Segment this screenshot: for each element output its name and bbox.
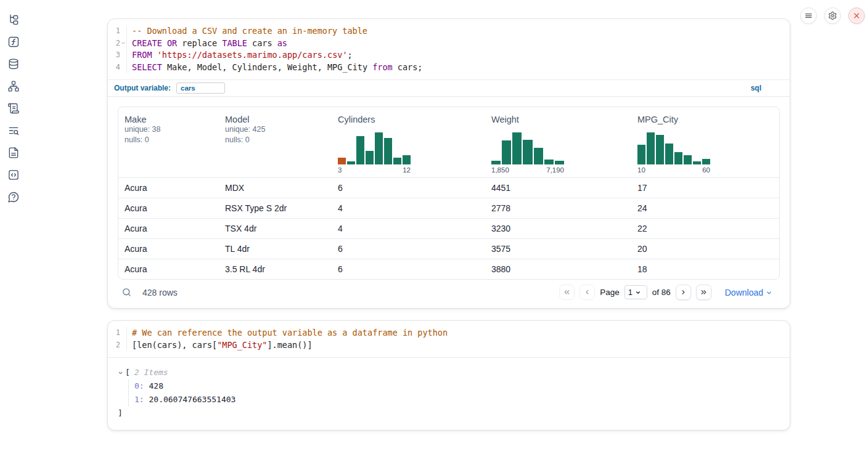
column-title: MPG_City bbox=[637, 115, 773, 124]
histogram-bar bbox=[338, 158, 346, 164]
language-badge[interactable]: sql bbox=[751, 84, 761, 92]
table-cell: 4 bbox=[332, 224, 485, 233]
chevron-down-icon bbox=[635, 289, 641, 296]
code-box-icon[interactable] bbox=[7, 168, 20, 182]
column-title: Make bbox=[125, 115, 213, 124]
function-square-icon[interactable] bbox=[7, 35, 20, 49]
histogram-bar bbox=[523, 140, 532, 164]
histogram-bar bbox=[674, 152, 682, 164]
table-row[interactable]: AcuraTL 4dr6357520 bbox=[118, 238, 779, 259]
axis-max-label: 60 bbox=[702, 166, 710, 174]
table-row[interactable]: AcuraMDX6445117 bbox=[118, 177, 779, 198]
code-line: 1-- Download a CSV and create an in-memo… bbox=[108, 25, 790, 38]
histogram-bar bbox=[491, 161, 501, 164]
column-header[interactable]: Cylinders312 bbox=[332, 107, 485, 177]
table-cell: 6 bbox=[332, 244, 485, 254]
column-title: Model bbox=[225, 115, 326, 124]
page-of-text: of 86 bbox=[652, 288, 671, 297]
search-icon[interactable] bbox=[121, 287, 132, 297]
histogram: 312 bbox=[338, 132, 411, 174]
histogram: 1,8507,190 bbox=[491, 132, 564, 174]
table-cell: 6 bbox=[332, 183, 485, 193]
table-cell: 6 bbox=[332, 264, 485, 274]
histogram-bar bbox=[384, 138, 392, 164]
list-search-icon[interactable] bbox=[7, 124, 20, 137]
histogram-bar bbox=[534, 148, 543, 164]
left-sidebar bbox=[0, 0, 27, 449]
column-title: Weight bbox=[491, 115, 625, 124]
document-icon[interactable] bbox=[7, 146, 20, 160]
table-cell: 3880 bbox=[485, 264, 631, 274]
table-cell: Acura bbox=[118, 183, 219, 193]
fold-spacer bbox=[120, 341, 126, 349]
table-row[interactable]: Acura3.5 RL 4dr6388018 bbox=[118, 259, 779, 279]
histogram-bar bbox=[637, 145, 645, 164]
line-number: 3 bbox=[108, 49, 127, 62]
column-meta: unique: 38 bbox=[125, 124, 213, 135]
line-number: 4 bbox=[108, 62, 127, 74]
table-cell: Acura bbox=[118, 224, 219, 233]
column-header[interactable]: Makeunique: 38nulls: 0 bbox=[118, 107, 219, 177]
histogram-bar bbox=[366, 151, 374, 164]
dependency-graph-icon[interactable] bbox=[7, 79, 20, 93]
code-line: 2[len(cars), cars["MPG_City"].mean()] bbox=[108, 339, 790, 352]
code-line: 4SELECT Make, Model, Cylinders, Weight, … bbox=[108, 62, 790, 74]
table-cell: 24 bbox=[631, 203, 779, 213]
column-meta: unique: 425 bbox=[225, 124, 326, 135]
column-header[interactable]: Weight1,8507,190 bbox=[485, 107, 631, 177]
line-number: 2 bbox=[108, 38, 127, 50]
code-line: 2CREATE OR replace TABLE cars as bbox=[108, 38, 790, 50]
sql-code-editor[interactable]: 1-- Download a CSV and create an in-memo… bbox=[108, 19, 790, 79]
table-cell: 20 bbox=[631, 244, 779, 254]
chevron-down-icon[interactable] bbox=[118, 370, 125, 376]
notebook: 1-- Download a CSV and create an in-memo… bbox=[107, 18, 790, 431]
download-button[interactable]: Download bbox=[725, 288, 772, 297]
table-cell: 3575 bbox=[485, 244, 631, 254]
table-row[interactable]: AcuraTSX 4dr4323022 bbox=[118, 218, 779, 238]
settings-gear-icon[interactable] bbox=[824, 7, 841, 24]
next-page-icon[interactable] bbox=[676, 285, 691, 300]
help-circle-icon[interactable] bbox=[7, 190, 20, 204]
open-bracket: [ bbox=[125, 366, 130, 379]
output-variable-row: Output variable: sql bbox=[108, 79, 790, 97]
page-label: Page bbox=[600, 288, 620, 297]
python-code-editor[interactable]: 1# We can reference the output variable … bbox=[108, 321, 790, 357]
python-cell: 1# We can reference the output variable … bbox=[107, 320, 790, 431]
histogram-bar bbox=[647, 132, 655, 164]
table-row[interactable]: AcuraRSX Type S 2dr4277824 bbox=[118, 198, 779, 218]
previous-page-icon[interactable] bbox=[579, 285, 595, 300]
menu-icon[interactable] bbox=[800, 7, 817, 24]
histogram-bar bbox=[702, 159, 710, 164]
line-number: 2 bbox=[108, 339, 127, 352]
axis-min-label: 1,850 bbox=[491, 166, 509, 174]
sql-cell-output: Makeunique: 38nulls: 0Modelunique: 425nu… bbox=[108, 97, 790, 308]
database-icon[interactable] bbox=[7, 57, 20, 71]
close-icon[interactable] bbox=[848, 7, 865, 24]
histogram-bar bbox=[347, 161, 355, 164]
tree-children: 0: 4281: 20.060747663551403 bbox=[128, 379, 780, 407]
code-line: 1# We can reference the output variable … bbox=[108, 327, 790, 339]
output-variable-label: Output variable: bbox=[114, 84, 171, 92]
line-number: 1 bbox=[108, 25, 127, 38]
first-page-icon[interactable] bbox=[559, 285, 575, 300]
table-cell: 17 bbox=[631, 183, 779, 193]
line-number: 1 bbox=[108, 327, 127, 339]
histogram-bar bbox=[665, 144, 673, 164]
tree-output: [ 2 Items 0: 4281: 20.060747663551403 ] bbox=[108, 357, 790, 430]
last-page-icon[interactable] bbox=[696, 285, 711, 300]
axis-max-label: 12 bbox=[403, 166, 411, 174]
histogram-bar bbox=[693, 161, 701, 164]
output-variable-input[interactable] bbox=[176, 83, 225, 94]
column-header[interactable]: MPG_City1060 bbox=[631, 107, 779, 177]
close-bracket: ] bbox=[118, 407, 780, 420]
page-select-value: 1 bbox=[628, 288, 633, 297]
file-tree-icon[interactable] bbox=[7, 13, 20, 26]
tree-entry: 0: 428 bbox=[134, 379, 780, 393]
page-select[interactable]: 1 bbox=[624, 285, 647, 299]
scroll-icon[interactable] bbox=[7, 102, 20, 115]
table-cell: TSX 4dr bbox=[219, 224, 332, 233]
table-cell: TL 4dr bbox=[219, 244, 332, 254]
code-line: 3FROM 'https://datasets.marimo.app/cars.… bbox=[108, 49, 790, 62]
histogram-bar bbox=[356, 136, 364, 164]
column-header[interactable]: Modelunique: 425nulls: 0 bbox=[219, 107, 332, 177]
